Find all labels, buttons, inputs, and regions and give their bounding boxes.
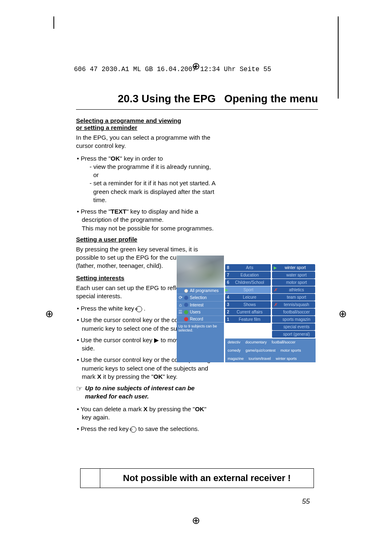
epg-subcategory-item: ▶winter sport <box>272 264 315 271</box>
subheading: Selecting a programme and viewing or set… <box>76 117 216 131</box>
category-number: 6 <box>225 280 231 285</box>
mark-x: X <box>143 405 148 412</box>
epg-left-menu-item: ☰Users <box>177 308 224 315</box>
epg-left-panel: All programmes⟳Selection⌂Interest☰UsersR… <box>177 256 224 362</box>
category-label: Children/School <box>231 280 271 285</box>
crop-mark <box>338 16 339 99</box>
subcategory-label: sport (general) <box>279 332 314 336</box>
category-number: 3 <box>225 302 231 307</box>
play-icon: ▶ <box>274 265 277 270</box>
footer-tag: motor sports <box>281 348 301 352</box>
category-number: 1 <box>225 317 231 322</box>
key-label: OK <box>154 373 163 380</box>
menu-label: Selection <box>190 295 222 300</box>
epg-category-item: 7Education <box>225 272 271 279</box>
section-title: 20.3 Using the EPG <box>76 92 216 105</box>
register-mark-icon: ⊕ <box>339 308 347 320</box>
subcategory-label: winter sport <box>277 265 314 270</box>
menu-icon: ☰ <box>178 309 182 315</box>
print-header: 606 47 2030.A1 ML GB 16.04.2007 12:34 Uh… <box>74 66 271 73</box>
white-key-icon: ⊛ <box>136 306 142 312</box>
subcategory-label: water sport <box>279 273 314 277</box>
bullet-item: • You can delete a mark X by pressing th… <box>76 405 216 422</box>
key-label: TEXT <box>111 208 126 215</box>
subcategory-label: team sport <box>279 295 314 299</box>
epg-category-item: 1Feature film <box>225 316 271 323</box>
epg-footer-tags: detectivdocumentaryfootball/soccercomedy… <box>225 339 316 362</box>
check-mark-icon: ✗ <box>274 288 279 292</box>
epg-subcategory-item: special events <box>272 323 315 330</box>
menu-label: Interest <box>190 303 222 307</box>
footer-tag: tourism/travel <box>249 357 271 361</box>
arrow-right-icon: ▶ <box>154 336 159 343</box>
epg-category-item: 2Current affairs <box>225 309 271 315</box>
category-label: Leicure <box>231 295 271 299</box>
epg-selection-note: Up to 9 subjects can be selected. <box>177 322 224 334</box>
text: • Press the red key <box>77 425 130 432</box>
text: This may not be possible for some progra… <box>82 225 214 232</box>
subheading-line: or setting a reminder <box>76 124 137 131</box>
category-label: Education <box>231 273 271 277</box>
footer-tag: detectiv <box>228 340 240 344</box>
paragraph: In the EPG, you can select a programme w… <box>76 134 216 150</box>
epg-screenshot: All programmes⟳Selection⌂Interest☰UsersR… <box>177 256 316 362</box>
color-dot-icon <box>184 317 188 321</box>
menu-label: All programmes <box>190 288 222 293</box>
subcategory-label: tennis/squash <box>279 302 314 307</box>
epg-category-item: 4Leicure <box>225 294 271 301</box>
key-label: OK <box>111 155 120 162</box>
register-mark-icon: ⊕ <box>192 515 200 526</box>
title-divider <box>76 109 318 110</box>
category-label: Feature film <box>231 317 271 322</box>
mark-x: X <box>97 373 101 380</box>
category-label: Current affairs <box>231 310 271 314</box>
check-mark-icon: ✗ <box>274 302 279 307</box>
category-label: Shows <box>231 302 271 307</box>
text: • Press the " <box>77 155 111 162</box>
banner-text: Not possible with an external receiver ! <box>100 469 314 488</box>
epg-left-menu-item: Record <box>177 315 224 322</box>
epg-category-item: 8Arts <box>225 264 271 271</box>
epg-subcategory-item: water sport <box>272 272 315 279</box>
epg-subcategory-item: ✗tennis/squash <box>272 301 315 308</box>
category-number: 7 <box>225 273 231 277</box>
note-text: Up to nine subjects of interest can be m… <box>85 384 216 401</box>
footer-tag: documentary <box>245 340 267 344</box>
menu-icon: ⌂ <box>178 302 182 307</box>
bullet-item: • Press the "OK" key in order to - view … <box>76 154 216 205</box>
color-dot-icon <box>184 289 188 293</box>
subcategory-label: special events <box>279 325 314 329</box>
banner-spacer <box>81 469 100 488</box>
register-mark-icon: ⊕ <box>45 308 53 320</box>
page-context-title: Opening the menu <box>216 92 318 105</box>
subcategory-label: sports magazin <box>279 317 314 322</box>
text: • Press the white key <box>77 305 136 312</box>
epg-category-list: 8Arts7Education6Children/School▶Sport4Le… <box>225 264 271 338</box>
text: • You can delete a mark <box>77 405 143 412</box>
epg-subcategory-item: motor sport <box>272 279 315 286</box>
text: it by pressing the " <box>101 373 154 380</box>
category-label: Arts <box>231 265 271 270</box>
note-callout: ☞ Up to nine subjects of interest can be… <box>76 384 216 401</box>
menu-icon: ⟳ <box>178 295 182 300</box>
subcategory-label: athletics <box>279 288 314 292</box>
subheading-line: Selecting a programme and viewing <box>76 117 181 124</box>
category-number: 8 <box>225 265 231 270</box>
footer-tag: winter sports <box>276 357 297 361</box>
text: • Press the " <box>77 208 111 215</box>
epg-category-item: ▶Sport <box>225 286 271 293</box>
text: • Use the cursor control key <box>77 336 154 343</box>
epg-left-menu-item: ⌂Interest <box>177 301 224 308</box>
epg-subcategory-item: ✗athletics <box>272 286 315 293</box>
epg-subcategory-item: sport (general) <box>272 331 315 338</box>
title-row: 20.3 Using the EPG Opening the menu <box>76 92 318 105</box>
play-icon: ▶ <box>225 288 228 292</box>
warning-banner: Not possible with an external receiver ! <box>80 468 314 488</box>
epg-left-menu-item: ⟳Selection <box>177 294 224 301</box>
text: " key. <box>163 373 178 380</box>
footer-tag: comedy <box>228 348 241 352</box>
sub-bullet: - set a reminder for it if it has not ye… <box>82 179 216 204</box>
manual-page: ⊕ ⊕ ⊕ ⊕ 606 47 2030.A1 ML GB 16.04.2007 … <box>0 0 392 555</box>
key-label: OK <box>195 405 204 412</box>
category-number: 4 <box>225 295 231 299</box>
